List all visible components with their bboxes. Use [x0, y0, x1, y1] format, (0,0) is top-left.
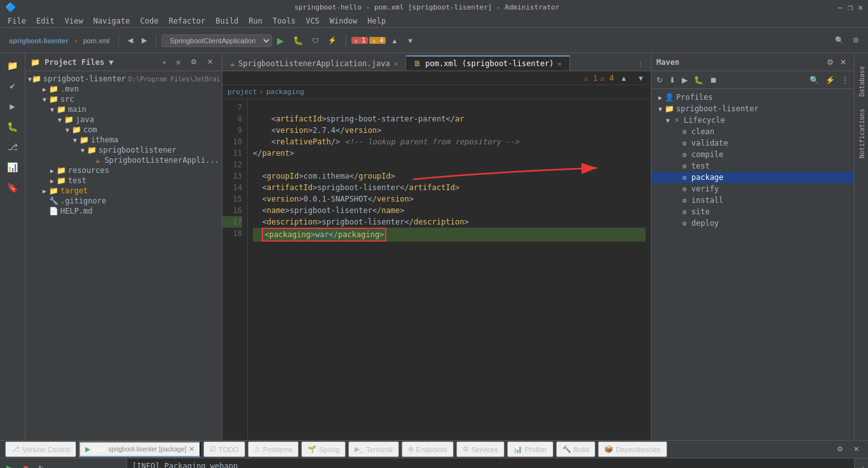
tab-pomxml[interactable]: 🗎 pom.xml (sprigboot-lisenter) ✕	[406, 55, 570, 71]
tree-resources[interactable]: ▶ 📁 resources	[25, 165, 222, 176]
right-tab-notifications[interactable]: Notifications	[855, 108, 868, 159]
tree-java-file[interactable]: ☕ SprigbootListenerAppli...	[25, 155, 222, 165]
maven-profiles[interactable]: ▶ 👤 Profiles	[651, 92, 854, 103]
menu-code[interactable]: Code	[135, 15, 164, 27]
run-play-btn[interactable]: ▶	[3, 461, 17, 468]
tab-services[interactable]: ⚙ Services	[456, 441, 505, 457]
maven-site[interactable]: ⚙ site	[651, 206, 854, 217]
left-sidebar-bookmark-btn[interactable]: 🔖	[3, 178, 22, 197]
maven-package[interactable]: ⚙ package	[651, 172, 854, 183]
wrap-btn[interactable]: ↵	[855, 461, 868, 468]
project-sort-btn[interactable]: ≡	[173, 56, 184, 68]
bottom-close-btn[interactable]: ✕	[850, 443, 863, 455]
menu-refactor[interactable]: Refactor	[163, 15, 210, 27]
tab-dependencies[interactable]: 📦 Dependencies	[598, 441, 667, 457]
tab-profiler[interactable]: 📊 Profiler	[507, 441, 553, 457]
tree-target[interactable]: ▶ 📁 target	[25, 186, 222, 196]
tab-terminal[interactable]: ▶_ Terminal	[348, 441, 399, 457]
search-everywhere-btn[interactable]: 🔍	[831, 34, 848, 46]
left-sidebar-git-btn[interactable]: ⎇	[3, 137, 22, 156]
maven-validate[interactable]: ⚙ validate	[651, 137, 854, 149]
tree-main[interactable]: ▼ 📁 main	[25, 104, 222, 114]
project-add-btn[interactable]: +	[158, 56, 170, 68]
maven-debug-run-btn[interactable]: 🐛	[691, 74, 706, 86]
maven-download-btn[interactable]: ⬇	[667, 74, 678, 86]
settings-btn[interactable]: ⚙	[849, 34, 863, 46]
left-sidebar-commit-btn[interactable]: ✔	[3, 76, 22, 95]
tree-gitignore[interactable]: 🔧 .gitignore	[25, 196, 222, 206]
tree-com[interactable]: ▼ 📁 com	[25, 125, 222, 135]
run-config-select[interactable]: SpringbootClientApplication	[161, 34, 272, 47]
tree-ithema[interactable]: ▼ 📁 ithema	[25, 135, 222, 145]
tab-version-control[interactable]: ⎇ Version Control	[5, 441, 76, 457]
run-stop-btn[interactable]: ⏹	[18, 461, 33, 468]
maven-close-btn[interactable]: ✕	[837, 57, 849, 68]
maven-verify[interactable]: ⚙ verify	[651, 183, 854, 195]
maximize-button[interactable]: ❐	[848, 3, 853, 12]
tab-xml-close[interactable]: ✕	[558, 60, 562, 68]
right-tab-database[interactable]: Database	[855, 56, 868, 107]
menu-tools[interactable]: Tools	[268, 15, 301, 27]
run-restart-btn[interactable]: ↻	[34, 461, 48, 468]
tree-sprigbootlistener[interactable]: ▼ 📁 sprigbootlistener	[25, 145, 222, 155]
tree-mvn[interactable]: ▶ 📁 .mvn	[25, 84, 222, 94]
navigate-up-btn[interactable]: ▲	[616, 72, 631, 84]
tree-helpmd[interactable]: 📄 HELP.md	[25, 206, 222, 216]
tree-test[interactable]: ▶ 📁 test	[25, 176, 222, 186]
left-sidebar-run-btn[interactable]: ▶	[3, 97, 22, 116]
maven-install[interactable]: ⚙ install	[651, 195, 854, 206]
run-tab-close[interactable]: ✕	[189, 445, 194, 453]
close-button[interactable]: ✕	[858, 3, 863, 12]
profile-button[interactable]: ⚡	[324, 34, 341, 46]
maven-project[interactable]: ▼ 📁 sprigboot-lisenter	[651, 103, 854, 114]
back-button[interactable]: ◀	[124, 34, 137, 46]
maven-clean[interactable]: ⚙ clean	[651, 126, 854, 137]
forward-button[interactable]: ▶	[138, 34, 151, 46]
code-editor[interactable]: <artifactId>spring-boot-starter-parent</…	[248, 99, 651, 440]
tab-todo[interactable]: ☑ TODO	[203, 441, 245, 457]
tab-build[interactable]: 🔨 Build	[556, 441, 595, 457]
left-sidebar-project-btn[interactable]: 📁	[3, 56, 22, 75]
project-settings-btn[interactable]: ⚙	[187, 56, 201, 68]
maven-deploy[interactable]: ⚙ deploy	[651, 217, 854, 229]
left-sidebar-debug-btn[interactable]: 🐛	[3, 117, 22, 136]
menu-vcs[interactable]: VCS	[301, 15, 325, 27]
menu-edit[interactable]: Edit	[31, 15, 60, 27]
tree-java[interactable]: ▼ 📁 java	[25, 114, 222, 125]
tree-root[interactable]: ▼ 📁 sprigboot-lisenter D:\Program Files\…	[25, 74, 222, 84]
maven-search-btn[interactable]: 🔍	[807, 74, 822, 86]
project-close-btn[interactable]: ✕	[203, 56, 217, 68]
menu-view[interactable]: View	[60, 15, 88, 27]
file-label-btn[interactable]: pom.xml	[79, 35, 114, 46]
bottom-settings-btn[interactable]: ⚙	[833, 443, 847, 455]
tree-src[interactable]: ▼ 📁 src	[25, 94, 222, 104]
menu-build[interactable]: Build	[210, 15, 243, 27]
coverage-button[interactable]: 🛡	[308, 35, 323, 46]
menu-navigate[interactable]: Navigate	[88, 15, 135, 27]
project-label-btn[interactable]: sprigboot-lisenter	[5, 35, 72, 46]
maven-lifecycle[interactable]: ▼ ⚡ Lifecycle	[651, 114, 854, 126]
maven-reload-btn[interactable]: ↻	[654, 74, 665, 86]
minimize-button[interactable]: —	[838, 3, 843, 12]
expand-errors-btn[interactable]: ▲	[387, 35, 402, 46]
tab-sprigbootlistener[interactable]: ☕ SprigbootListenerApplication.java ✕	[222, 57, 406, 71]
navigate-down-btn[interactable]: ▼	[634, 72, 648, 84]
tab-java-close[interactable]: ✕	[394, 60, 398, 68]
breadcrumb-packaging[interactable]: packaging	[266, 88, 304, 96]
tab-spring[interactable]: 🌱 Spring	[301, 441, 346, 457]
maven-settings-btn[interactable]: ⚙	[824, 57, 836, 68]
debug-button[interactable]: 🐛	[289, 34, 307, 47]
menu-run[interactable]: Run	[243, 15, 268, 27]
tab-endpoints[interactable]: ⊕ Endpoints	[402, 441, 454, 457]
tab-overflow-btn[interactable]: ⋮	[634, 59, 648, 71]
run-button[interactable]: ▶	[273, 34, 288, 48]
menu-file[interactable]: File	[3, 15, 31, 27]
maven-test[interactable]: ⚙ test	[651, 160, 854, 172]
maven-compile[interactable]: ⚙ compile	[651, 149, 854, 160]
maven-run-btn[interactable]: ▶	[679, 74, 690, 86]
breadcrumb-project[interactable]: project	[227, 88, 257, 96]
menu-help[interactable]: Help	[362, 15, 391, 27]
maven-stop-btn[interactable]: ⏹	[707, 74, 720, 86]
tab-run[interactable]: ▶ Run sprigboot-lisenter [package] ✕	[79, 441, 201, 457]
left-sidebar-structure-btn[interactable]: 📊	[3, 158, 22, 177]
